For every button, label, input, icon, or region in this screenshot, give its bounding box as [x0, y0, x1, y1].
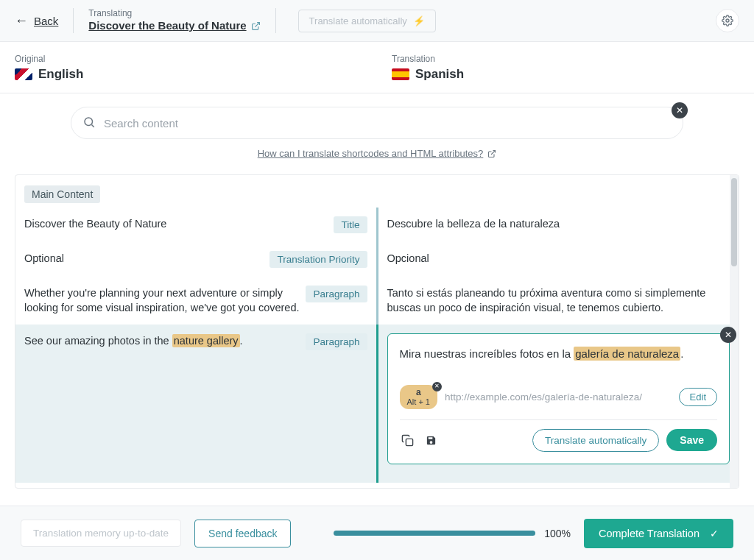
back-button[interactable]: ← Back [15, 13, 58, 29]
help-link[interactable]: How can I translate shortcodes and HTML … [258, 148, 497, 159]
content-panel: Main Content Discover the Beauty of Natu… [15, 174, 739, 489]
translated-text: Tanto si estás planeando tu próxima aven… [387, 286, 730, 316]
translated-text: Opcional [387, 251, 730, 266]
external-link-icon [487, 149, 496, 158]
svg-rect-5 [406, 439, 412, 445]
link-highlight: galería de naturaleza [574, 347, 680, 361]
original-text: Optional [24, 251, 269, 266]
translation-row-active[interactable]: See our amazing photos in the nature gal… [15, 325, 739, 483]
doc-title-group: Translating Discover the Beauty of Natur… [88, 8, 260, 33]
svg-line-3 [91, 124, 94, 127]
translation-lang-name: Spanish [415, 67, 464, 82]
external-link-icon [251, 21, 261, 31]
original-language-cell: Original English [0, 42, 377, 93]
translation-row[interactable]: Discover the Beauty of Nature Title Desc… [15, 208, 739, 242]
svg-point-1 [726, 19, 729, 22]
complete-label: Complete Translation [599, 528, 700, 539]
settings-button[interactable] [716, 9, 739, 32]
field-type-badge: Paragraph [306, 286, 367, 302]
translating-label: Translating [88, 8, 260, 19]
original-text: Whether you're planning your next advent… [24, 286, 306, 316]
save-button[interactable]: Save [666, 429, 717, 451]
field-type-badge: Title [334, 216, 367, 233]
doc-title-text: Discover the Beauty of Nature [88, 19, 246, 33]
translation-row[interactable]: Whether you're planning your next advent… [15, 277, 739, 325]
edit-panel: ✕ Mira nuestras increíbles fotos en la g… [387, 333, 730, 464]
help-link-text: How can I translate shortcodes and HTML … [258, 148, 484, 159]
original-label: Original [15, 54, 362, 64]
remove-link-icon[interactable]: ✕ [432, 382, 442, 391]
progress-bar [334, 531, 535, 536]
link-url-row: a Alt + 1 ✕ http://example.com/es/galerí… [400, 385, 718, 409]
footer-bar: Translation memory up-to-date Send feedb… [0, 506, 754, 560]
progress-indicator: 100% [334, 528, 571, 539]
alt-shortcut-badge[interactable]: a Alt + 1 ✕ [400, 385, 438, 409]
translation-memory-button[interactable]: Translation memory up-to-date [21, 520, 181, 547]
send-feedback-button[interactable]: Send feedback [194, 520, 291, 547]
link-highlight: nature gallery [172, 334, 240, 347]
divider [275, 8, 276, 33]
svg-point-2 [85, 118, 93, 126]
translation-label: Translation [392, 54, 739, 64]
save-disk-icon [426, 435, 437, 446]
close-icon: ✕ [725, 330, 732, 340]
save-disk-button[interactable] [423, 432, 440, 448]
edit-link-button[interactable]: Edit [679, 388, 717, 406]
progress-percent: 100% [544, 528, 571, 539]
gear-icon [722, 15, 733, 26]
divider [73, 8, 74, 33]
link-url: http://example.com/es/galería-de-natural… [445, 391, 672, 403]
translation-input[interactable]: Mira nuestras increíbles fotos en la gal… [400, 346, 718, 361]
original-lang-name: English [38, 67, 83, 82]
uk-flag-icon [15, 68, 32, 80]
search-clear-button[interactable]: ✕ [672, 102, 688, 118]
search-input[interactable] [71, 107, 683, 139]
original-text: Discover the Beauty of Nature [24, 216, 334, 231]
language-bar: Original English Translation Spanish [0, 42, 754, 93]
bolt-icon: ⚡ [413, 15, 425, 26]
top-bar: ← Back Translating Discover the Beauty o… [0, 0, 754, 42]
translate-automatically-button[interactable]: Translate automatically [532, 429, 659, 452]
copy-button[interactable] [400, 432, 416, 448]
search-icon [82, 116, 96, 129]
content-wrap: Main Content Discover the Beauty of Natu… [0, 166, 754, 489]
complete-translation-button[interactable]: Complete Translation ✓ [584, 519, 733, 548]
edit-actions: Translate automatically Save [400, 419, 718, 452]
translation-row[interactable]: Optional Translation Priority Opcional [15, 242, 739, 277]
field-type-badge: Translation Priority [269, 251, 367, 268]
edit-close-button[interactable]: ✕ [720, 327, 736, 343]
check-icon: ✓ [710, 528, 719, 539]
doc-title-link[interactable]: Discover the Beauty of Nature [88, 19, 260, 33]
field-type-badge: Paragraph [306, 333, 367, 350]
translate-automatically-button-top[interactable]: Translate automatically ⚡ [298, 10, 436, 32]
translated-text: Descubre la belleza de la naturaleza [387, 216, 730, 231]
section-label: Main Content [24, 185, 100, 203]
spain-flag-icon [392, 68, 409, 80]
svg-line-4 [491, 150, 496, 155]
close-icon: ✕ [676, 105, 683, 116]
svg-line-0 [255, 23, 259, 27]
arrow-left-icon: ← [15, 13, 28, 29]
search-area: ✕ How can I translate shortcodes and HTM… [0, 93, 754, 166]
auto-translate-label: Translate automatically [309, 15, 407, 26]
back-label: Back [34, 15, 58, 27]
copy-icon [401, 434, 414, 447]
translation-language-cell: Translation Spanish [377, 42, 754, 93]
original-text: See our amazing photos in the nature gal… [24, 333, 306, 348]
